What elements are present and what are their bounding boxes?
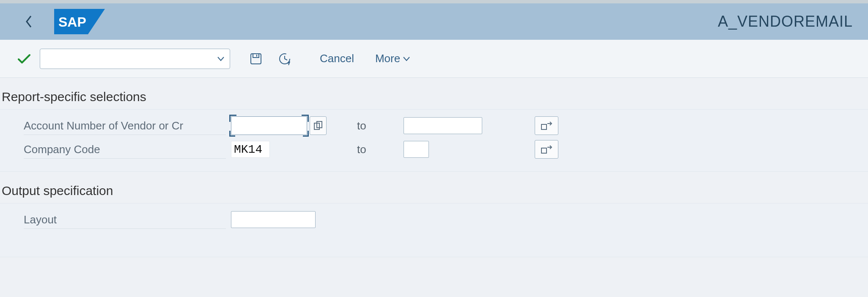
toolbar: Cancel More [0,40,868,78]
form-area: Report-specific selections Account Numbe… [0,78,868,257]
label-company-code: Company Code [6,143,226,156]
sap-logo: SAP [54,9,105,34]
execute-button[interactable] [17,52,31,66]
section-body-report: Account Number of Vendor or Cr to [0,109,868,172]
section-body-output: Layout [0,203,868,257]
to-label: to [357,143,395,156]
label-account-number: Account Number of Vendor or Cr [6,119,226,132]
section-title-report: Report-specific selections [0,78,868,109]
history-button[interactable] [274,49,295,69]
chevron-down-icon [217,54,225,63]
svg-rect-2 [251,54,261,64]
row-account-number: Account Number of Vendor or Cr to [6,114,862,138]
title-bar: SAP A_VENDOREMAIL [0,0,868,40]
company-code-multi-button[interactable] [535,140,558,159]
svg-text:SAP: SAP [58,14,86,30]
company-code-to-input[interactable] [404,141,429,158]
app-title: A_VENDOREMAIL [718,13,853,30]
more-menu[interactable]: More [374,50,412,68]
variant-dropdown[interactable] [40,49,230,69]
company-code-from-input[interactable] [231,141,270,158]
account-number-from-input[interactable] [231,116,307,135]
section-title-output: Output specification [0,172,868,203]
row-company-code: Company Code to [6,138,862,161]
svg-rect-3 [253,54,259,58]
to-label: to [357,119,395,132]
layout-input[interactable] [231,211,316,228]
row-layout: Layout [6,208,862,231]
back-button[interactable] [20,10,37,33]
svg-rect-8 [541,124,547,129]
label-layout: Layout [6,213,226,226]
account-number-from-field[interactable] [231,117,307,135]
svg-rect-10 [541,148,547,153]
account-number-f4-button[interactable] [310,116,327,135]
account-number-multi-button[interactable] [535,116,558,135]
more-label: More [375,52,400,65]
account-number-to-input[interactable] [404,117,482,134]
cancel-button[interactable]: Cancel [316,50,358,68]
save-button[interactable] [245,49,266,69]
